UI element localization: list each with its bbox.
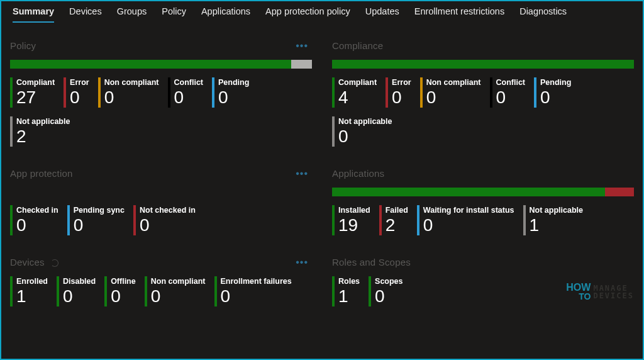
card-compliance: Compliance Compliant4Error0Non compliant… xyxy=(332,40,634,147)
stat-value: 0 xyxy=(392,87,411,108)
stat-non-compliant[interactable]: Non compliant0 xyxy=(420,77,481,108)
stat-checked-in[interactable]: Checked in0 xyxy=(10,205,58,235)
stat-label: Enrolled xyxy=(16,276,48,286)
tab-bar: SummaryDevicesGroupsPolicyApplicationsAp… xyxy=(1,1,643,23)
stat-non-compliant[interactable]: Non compliant0 xyxy=(98,77,159,108)
stat-waiting-for-install-status[interactable]: Waiting for install status0 xyxy=(417,205,514,235)
stat-color-bar xyxy=(214,276,217,307)
tab-enrollment-restrictions[interactable]: Enrollment restrictions xyxy=(414,5,504,23)
stat-color-bar xyxy=(379,205,382,235)
stat-scopes[interactable]: Scopes0 xyxy=(369,276,402,307)
tab-groups[interactable]: Groups xyxy=(117,5,147,23)
stat-not-applicable[interactable]: Not applicable2 xyxy=(10,116,70,147)
stat-color-bar xyxy=(420,77,423,108)
stat-color-bar xyxy=(64,77,66,108)
card-title: Devices xyxy=(10,257,312,267)
stat-value: 2 xyxy=(16,127,70,147)
stat-label: Failed xyxy=(386,205,408,215)
stat-roles[interactable]: Roles1 xyxy=(332,276,360,307)
stat-failed[interactable]: Failed2 xyxy=(379,205,408,235)
stat-disabled[interactable]: Disabled0 xyxy=(57,276,96,307)
stat-color-bar xyxy=(104,276,107,307)
applications-bar xyxy=(332,188,634,196)
card-applications: Applications Installed19Failed2Waiting f… xyxy=(332,168,634,235)
stat-compliant[interactable]: Compliant4 xyxy=(332,77,377,108)
watermark: HOW TO MANAGE DEVICES xyxy=(566,283,634,301)
stat-color-bar xyxy=(57,276,59,307)
stat-label: Error xyxy=(70,77,89,87)
stat-installed[interactable]: Installed19 xyxy=(332,205,370,235)
stat-non-compliant[interactable]: Non compliant0 xyxy=(145,276,206,307)
stat-color-bar xyxy=(386,77,388,108)
stat-offline[interactable]: Offline0 xyxy=(104,276,136,307)
stat-enrolled[interactable]: Enrolled1 xyxy=(10,276,48,307)
stat-label: Pending sync xyxy=(74,205,125,215)
tab-updates[interactable]: Updates xyxy=(365,5,399,23)
stat-label: Compliant xyxy=(16,77,55,87)
card-devices: Devices ••• Enrolled1Disabled0Offline0No… xyxy=(10,257,312,307)
stat-color-bar xyxy=(98,77,101,108)
stat-conflict[interactable]: Conflict0 xyxy=(490,77,526,108)
stat-value: 0 xyxy=(151,286,206,307)
stat-color-bar xyxy=(10,276,13,307)
more-icon[interactable]: ••• xyxy=(296,257,308,268)
tab-summary[interactable]: Summary xyxy=(13,5,54,23)
stat-value: 0 xyxy=(104,87,159,108)
stat-color-bar xyxy=(332,205,335,235)
stat-color-bar xyxy=(417,205,419,235)
bar-segment xyxy=(291,60,312,69)
tab-policy[interactable]: Policy xyxy=(162,5,186,23)
stat-not-applicable[interactable]: Not applicable0 xyxy=(332,116,392,147)
stat-pending[interactable]: Pending0 xyxy=(212,77,249,108)
stat-error[interactable]: Error0 xyxy=(64,77,89,108)
stat-value: 0 xyxy=(70,87,89,108)
stat-color-bar xyxy=(332,77,335,108)
tab-devices[interactable]: Devices xyxy=(69,5,102,23)
bar-segment xyxy=(332,60,634,69)
stat-label: Compliant xyxy=(338,77,377,87)
stat-color-bar xyxy=(369,276,371,307)
more-icon[interactable]: ••• xyxy=(296,40,308,52)
stat-color-bar xyxy=(212,77,214,108)
stat-value: 0 xyxy=(174,87,204,108)
stat-value: 0 xyxy=(63,286,96,307)
stat-label: Pending xyxy=(540,77,571,87)
stat-label: Conflict xyxy=(174,77,204,87)
card-app-protection: App protection ••• Checked in0Pending sy… xyxy=(10,168,312,235)
stat-color-bar xyxy=(145,276,147,307)
stat-label: Non compliant xyxy=(104,77,159,87)
stat-value: 0 xyxy=(375,286,402,307)
stat-value: 0 xyxy=(426,87,481,108)
stat-value: 1 xyxy=(530,215,583,235)
stat-compliant[interactable]: Compliant27 xyxy=(10,77,55,108)
stat-label: Enrollment failures xyxy=(221,276,292,286)
stat-error[interactable]: Error0 xyxy=(386,77,411,108)
summary-grid: Policy ••• Compliant27Error0Non complian… xyxy=(1,23,643,334)
stat-conflict[interactable]: Conflict0 xyxy=(168,77,204,108)
appprotection-stats: Checked in0Pending sync0Not checked in0 xyxy=(10,205,312,235)
watermark-to: TO xyxy=(579,292,591,301)
stat-color-bar xyxy=(523,205,526,235)
stat-color-bar xyxy=(133,205,136,235)
stat-pending-sync[interactable]: Pending sync0 xyxy=(67,205,125,235)
stat-color-bar xyxy=(10,77,13,108)
stat-label: Not applicable xyxy=(530,205,583,215)
stat-value: 0 xyxy=(423,215,514,235)
tab-applications[interactable]: Applications xyxy=(201,5,250,23)
stat-value: 19 xyxy=(338,215,370,235)
card-title: Applications xyxy=(332,168,634,179)
stat-value: 0 xyxy=(540,87,571,108)
stat-pending[interactable]: Pending0 xyxy=(534,77,571,108)
stat-not-applicable[interactable]: Not applicable1 xyxy=(523,205,583,235)
card-policy: Policy ••• Compliant27Error0Non complian… xyxy=(10,40,312,147)
more-icon[interactable]: ••• xyxy=(296,168,308,179)
card-title: Roles and Scopes xyxy=(332,257,634,267)
stat-not-checked-in[interactable]: Not checked in0 xyxy=(133,205,196,235)
stat-enrollment-failures[interactable]: Enrollment failures0 xyxy=(214,276,292,307)
stat-color-bar xyxy=(332,116,335,147)
tab-diagnostics[interactable]: Diagnostics xyxy=(519,5,567,23)
stat-label: Waiting for install status xyxy=(423,205,514,215)
tab-app-protection-policy[interactable]: App protection policy xyxy=(265,5,350,23)
refresh-icon[interactable] xyxy=(51,259,58,267)
stat-value: 0 xyxy=(218,87,249,108)
